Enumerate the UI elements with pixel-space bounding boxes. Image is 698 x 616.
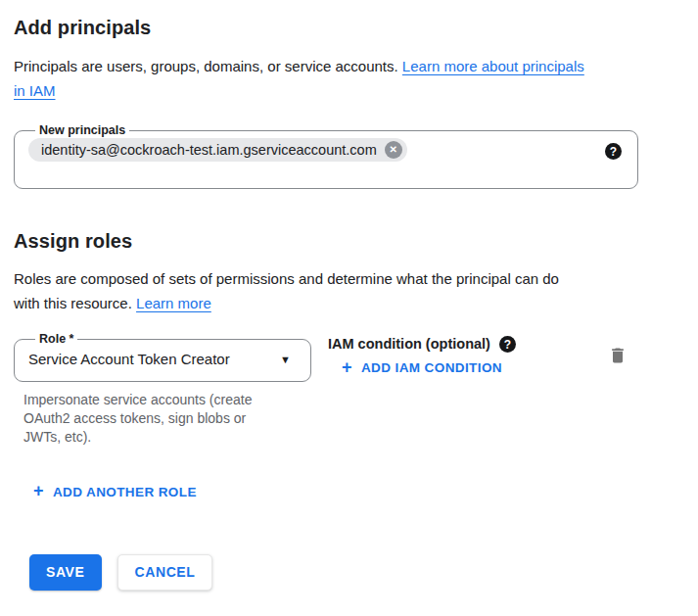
intro-paragraph: Principals are users, groups, domains, o… — [14, 54, 652, 103]
save-button[interactable]: SAVE — [29, 554, 102, 591]
add-iam-condition-label: ADD IAM CONDITION — [361, 359, 502, 376]
iam-condition-help-icon[interactable]: ? — [499, 336, 516, 353]
role-select-value: Service Account Token Creator — [28, 351, 230, 368]
role-column: Role * Service Account Token Creator ▼ I… — [14, 332, 311, 447]
plus-icon: + — [33, 482, 44, 499]
role-row: Role * Service Account Token Creator ▼ I… — [14, 332, 641, 447]
assign-roles-paragraph: Roles are composed of sets of permission… — [14, 266, 640, 315]
delete-icon — [608, 345, 628, 366]
assign-roles-title: Assign roles — [14, 229, 698, 253]
new-principals-field[interactable]: New principals identity-sa@cockroach-tes… — [14, 123, 638, 189]
assign-roles-description: Roles are composed of sets of permission… — [14, 270, 559, 311]
add-another-role-label: ADD ANOTHER ROLE — [53, 484, 197, 500]
add-principals-panel: Add principals Principals are users, gro… — [0, 0, 698, 591]
add-another-role-row: + ADD ANOTHER ROLE — [33, 483, 698, 500]
dropdown-arrow-icon: ▼ — [280, 355, 291, 365]
role-select[interactable]: Role * Service Account Token Creator ▼ — [14, 332, 311, 382]
principal-chip: identity-sa@cockroach-test.iam.gservicea… — [28, 138, 407, 162]
role-select-value-row[interactable]: Service Account Token Creator ▼ — [28, 347, 297, 381]
new-principals-label: New principals — [35, 123, 129, 138]
iam-condition-label: IAM condition (optional) — [328, 336, 490, 353]
add-another-role-button[interactable]: + ADD ANOTHER ROLE — [33, 484, 197, 500]
add-iam-condition-button[interactable]: + ADD IAM CONDITION — [342, 359, 502, 376]
principal-chip-text: identity-sa@cockroach-test.iam.gservicea… — [41, 141, 377, 159]
chip-remove-icon[interactable]: ✕ — [385, 141, 402, 159]
role-helper-text: Impersonate service accounts (create OAu… — [23, 391, 311, 447]
new-principals-input-area[interactable]: identity-sa@cockroach-test.iam.gservicea… — [28, 138, 624, 188]
intro-text: Principals are users, groups, domains, o… — [14, 58, 398, 74]
page-title: Add principals — [14, 16, 698, 39]
delete-role-button[interactable] — [608, 345, 628, 366]
plus-icon: + — [342, 358, 352, 376]
action-buttons: SAVE CANCEL — [29, 554, 698, 591]
learn-more-roles-link[interactable]: Learn more — [136, 295, 211, 311]
role-select-label: Role * — [35, 332, 77, 347]
cancel-button[interactable]: CANCEL — [117, 554, 213, 591]
iam-condition-column: IAM condition (optional) ? + ADD IAM CON… — [328, 332, 608, 377]
delete-role-column — [608, 332, 641, 370]
iam-condition-label-row: IAM condition (optional) ? — [328, 336, 608, 353]
new-principals-help-icon[interactable]: ? — [605, 143, 622, 160]
